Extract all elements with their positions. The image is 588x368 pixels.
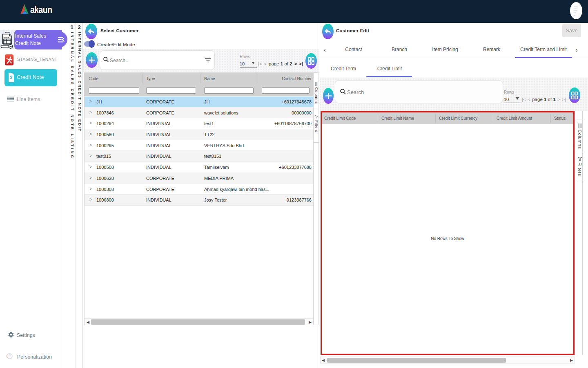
svg-text:CREDIT —: CREDIT — [4,37,11,39]
svg-text:CREDIT: CREDIT [4,31,10,34]
svg-text:$: $ [10,75,12,80]
